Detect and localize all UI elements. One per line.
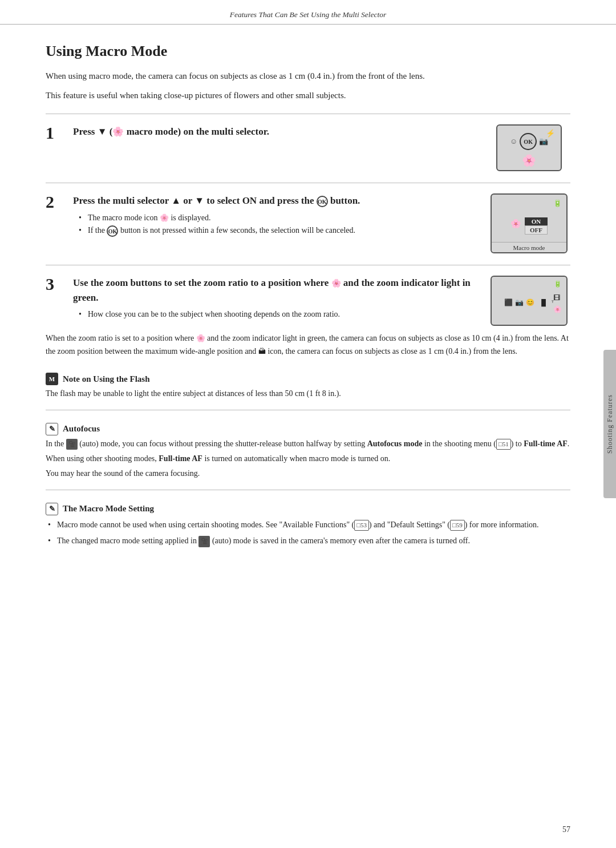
arrow-up-2: ▲ [171,195,181,206]
cam3-battery: 🔋 [554,280,562,288]
note-autofocus-body: In the 🎥 (auto) mode, you can focus with… [46,438,570,480]
auto-mode-icon-2: 🎥 [198,536,210,547]
note-autofocus-header: ✎ Autofocus [46,423,570,435]
note-macro-setting-body: Macro mode cannot be used when using cer… [46,519,570,548]
intro-paragraph-2: This feature is useful when taking close… [46,88,570,102]
step-1-cam-display: ⚡ ☺ OK 📷 🌸 [496,124,562,171]
cam3-top-row: ⬛ 📷 😊 ▐▌ ᵀ 🔋 [500,295,558,307]
header-title: Features That Can Be Set Using the Multi… [230,10,387,19]
step-2-cam-display: 🌸 ON OFF 🔋 Macro mode [491,193,568,253]
note-flash-header: M Note on Using the Flash [46,373,570,385]
ok-btn-inline-2: OK [107,225,118,237]
step-3-bullets: How close you can be to the subject when… [73,308,479,321]
arrow-down-2: ▼ [194,195,204,206]
ref-53: □53 [354,520,369,531]
main-content: Using Macro Mode When using macro mode, … [0,25,616,575]
step-2-text: Press the multi selector ▲ or ▼ to selec… [73,193,479,208]
ok-btn-2: OK [317,196,328,207]
on-off-block: ON OFF [525,217,548,235]
sidebar-label: Shooting Features [606,394,614,454]
step-2-section: 2 Press the multi selector ▲ or ▼ to sel… [46,183,570,253]
step-2-content: Press the multi selector ▲ or ▼ to selec… [73,193,479,237]
step-3-section: 3 Use the zoom buttons to set the zoom r… [46,265,570,358]
step-1-content: Press ▼ (🌸 macro mode) on the multi sele… [73,124,479,143]
step-2-image: 🌸 ON OFF 🔋 Macro mode [488,193,570,253]
step-3-number: 3 [46,274,64,293]
page-header: Features That Can Be Set Using the Multi… [0,0,616,25]
note-macro-setting-icon: ✎ [46,503,58,515]
step-3-bullet-1: How close you can be to the subject when… [79,308,479,321]
flash-icon: ⚡ [546,129,555,138]
cam3-grid-icon: ⬛ [504,298,513,307]
separator-2 [46,490,570,490]
step-2-number: 2 [46,192,64,211]
cam3-side-icons: 🎞 🌸 [553,294,562,314]
section-title: Using Macro Mode [46,43,570,60]
separator-1 [46,410,570,410]
cam3-zoom-bar: ▐▌ [539,299,548,306]
step-3-zoom-body: When the zoom ratio is set to a position… [46,332,570,358]
note-macro-setting-title: The Macro Mode Setting [63,504,154,514]
step-2-bullet-2: If the OK button is not pressed within a… [79,224,479,237]
cam3-cam-icon: 📷 [515,298,524,307]
step-2-bullets: The macro mode icon 🌸 is displayed. If t… [73,212,479,237]
off-label: OFF [525,225,548,235]
step-1-arrow-down: ▼ [98,126,107,137]
macro-setting-bullets: Macro mode cannot be used when using cer… [46,519,570,548]
step-3-image: ⬛ 📷 😊 ▐▌ ᵀ 🔋 🎞 🌸 [488,276,570,326]
note-autofocus-box: ✎ Autofocus In the 🎥 (auto) mode, you ca… [46,423,570,480]
intro-paragraph-1: When using macro mode, the camera can fo… [46,69,570,83]
note-flash-title: Note on Using the Flash [63,374,150,384]
ref-51: □51 [496,439,511,450]
step-3-cam-display: ⬛ 📷 😊 ▐▌ ᵀ 🔋 🎞 🌸 [491,276,568,326]
note-macro-setting-header: ✎ The Macro Mode Setting [46,503,570,515]
auto-mode-icon: 🎥 [66,439,78,450]
timer-icon: ☺ [510,137,517,146]
step-1-image: ⚡ ☺ OK 📷 🌸 [488,124,570,171]
page-number: 57 [562,825,570,834]
ok-button-icon: OK [520,133,537,150]
ref-59: □59 [450,520,465,531]
step-2-bullet-1: The macro mode icon 🌸 is displayed. [79,212,479,224]
step-1-section: 1 Press ▼ (🌸 macro mode) on the multi se… [46,114,570,171]
macro-setting-bullet-1: Macro mode cannot be used when using cer… [48,519,570,531]
note-autofocus-icon: ✎ [46,423,58,435]
note-flash-body: The flash may be unable to light the ent… [46,387,570,400]
macro-setting-bullet-2: The changed macro mode setting applied i… [48,535,570,547]
step-1-number: 1 [46,123,64,142]
macro-left-icon: 🌸 [510,219,521,229]
step-1-row: 1 Press ▼ (🌸 macro mode) on the multi se… [46,124,570,171]
cam3-side-1: 🎞 [553,294,562,302]
note-flash-box: M Note on Using the Flash The flash may … [46,373,570,400]
on-label: ON [525,217,548,225]
note-flash-icon: M [46,373,58,385]
step-3-content: Use the zoom buttons to set the zoom rat… [73,276,479,321]
cam2-top: 🌸 ON OFF 🔋 [506,213,552,235]
step-2-row: 2 Press the multi selector ▲ or ▼ to sel… [46,193,570,253]
macro-down-icon: 🌸 [522,154,536,167]
cam3-side-2: 🌸 [553,305,562,314]
page: Features That Can Be Set Using the Multi… [0,0,616,848]
note-macro-setting-box: ✎ The Macro Mode Setting Macro mode cann… [46,503,570,548]
battery-icon: 🔋 [553,199,562,208]
step-1-text: Press ▼ (🌸 macro mode) on the multi sele… [73,124,479,139]
ok-area: ☺ OK 📷 [510,133,548,150]
camera-icon: 📷 [539,137,548,146]
step-1-macro-icon: 🌸 [112,127,124,136]
macro-mode-label: Macro mode [492,242,566,252]
cam3-face-icon: 😊 [526,298,534,307]
step-3-text: Use the zoom buttons to set the zoom rat… [73,276,479,305]
note-autofocus-title: Autofocus [63,424,100,434]
sidebar-tab: Shooting Features [603,350,616,498]
step-3-row: 3 Use the zoom buttons to set the zoom r… [46,276,570,326]
